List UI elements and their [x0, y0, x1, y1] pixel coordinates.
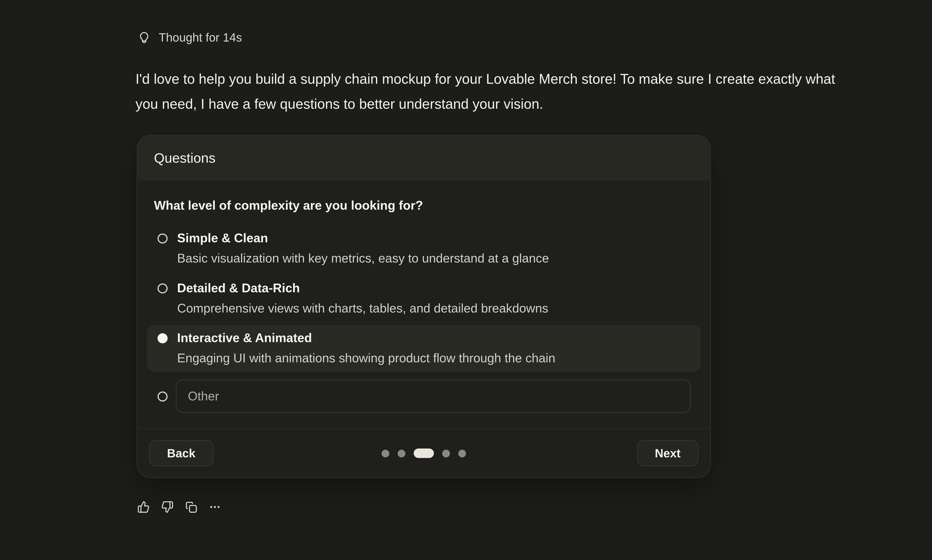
option-text: Detailed & Data-Rich Comprehensive views… [177, 278, 548, 318]
copy-icon [185, 501, 197, 513]
thought-summary[interactable]: Thought for 14s [137, 31, 242, 45]
card-header: Questions [137, 135, 710, 181]
option-interactive-animated[interactable]: Interactive & Animated Engaging UI with … [147, 325, 701, 372]
option-other[interactable] [147, 380, 701, 413]
pagination-dot [397, 449, 405, 457]
card-title: Questions [154, 150, 216, 166]
copy-button[interactable] [185, 501, 197, 513]
option-description: Basic visualization with key metrics, ea… [177, 248, 549, 269]
thumbs-down-button[interactable] [161, 501, 173, 513]
assistant-message-text: I'd love to help you build a supply chai… [136, 66, 836, 116]
radio-unselected-icon[interactable] [157, 283, 168, 293]
question-text: What level of complexity are you looking… [154, 195, 693, 216]
pagination-dot [442, 449, 450, 457]
more-options-icon [209, 501, 221, 513]
option-text: Simple & Clean Basic visualization with … [177, 228, 549, 269]
radio-unselected-icon[interactable] [157, 233, 168, 243]
pagination-dots [382, 448, 466, 458]
option-title: Interactive & Animated [177, 328, 555, 348]
card-footer: Back Next [137, 428, 710, 478]
option-detailed-data-rich[interactable]: Detailed & Data-Rich Comprehensive views… [147, 275, 701, 322]
card-body: What level of complexity are you looking… [137, 180, 710, 413]
option-title: Simple & Clean [177, 228, 549, 248]
pagination-dot [382, 449, 390, 457]
lightbulb-icon [137, 31, 151, 45]
more-options-button[interactable] [209, 501, 221, 513]
back-button[interactable]: Back [149, 440, 213, 466]
radio-unselected-icon[interactable] [157, 391, 168, 401]
option-text: Interactive & Animated Engaging UI with … [177, 328, 555, 368]
option-description: Comprehensive views with charts, tables,… [177, 298, 548, 318]
thumbs-down-icon [161, 501, 173, 513]
thought-label: Thought for 14s [159, 31, 242, 45]
option-simple-clean[interactable]: Simple & Clean Basic visualization with … [147, 225, 701, 272]
other-input[interactable] [176, 380, 691, 413]
pagination-dot [458, 449, 466, 457]
next-button[interactable]: Next [637, 440, 698, 466]
questions-card: Questions What level of complexity are y… [137, 135, 711, 478]
option-title: Detailed & Data-Rich [177, 278, 548, 298]
thumbs-up-icon [137, 501, 150, 513]
thumbs-up-button[interactable] [137, 501, 150, 513]
pagination-dot-active [414, 448, 434, 458]
option-description: Engaging UI with animations showing prod… [177, 348, 555, 368]
radio-selected-icon[interactable] [157, 333, 168, 343]
chat-message-view: Thought for 14s I'd love to help you bui… [0, 0, 932, 560]
message-actions [137, 501, 221, 513]
